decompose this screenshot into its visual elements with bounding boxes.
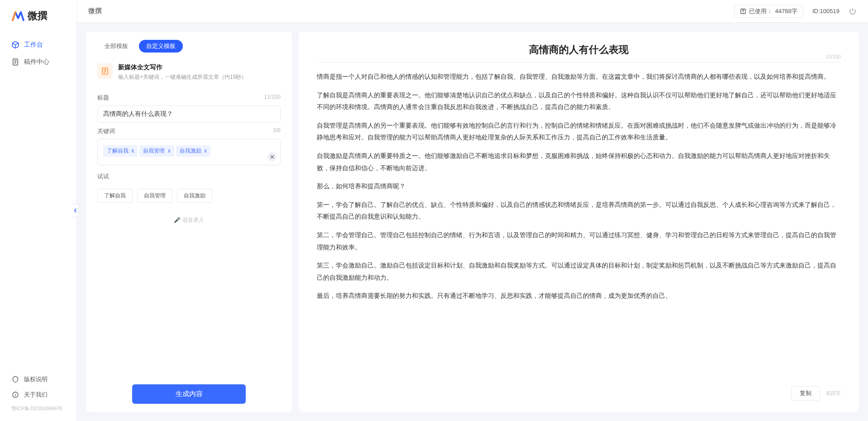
nav-label: 稿件中心 (24, 58, 49, 66)
doc-title-counter: 10/100 (825, 54, 841, 59)
info-icon (11, 391, 19, 399)
logo-icon (11, 10, 25, 22)
generate-button[interactable]: 生成内容 (132, 384, 246, 404)
user-id: ID:100519 (812, 8, 839, 14)
main: 微撰 已使用： 44768字 ID:100519 全部模板 自定义模板 (77, 0, 868, 421)
remove-keyword-icon[interactable]: x (204, 148, 207, 154)
usage-value: 44768字 (775, 7, 797, 15)
template-name: 新媒体全文写作 (118, 63, 247, 72)
doc-paragraph: 自我激励是高情商人的重要特质之一。他们能够激励自己不断地追求目标和梦想，克服困难… (317, 150, 841, 174)
template-desc: 输入标题+关键词，一键准确生成所需文章（约15秒） (118, 73, 247, 81)
suggest-chip[interactable]: 自我管理 (137, 189, 172, 203)
logo: 微撰 (0, 9, 76, 36)
nav-about[interactable]: 关于我们 (11, 387, 65, 402)
output-panel: 高情商的人有什么表现 10/100 情商是指一个人对自己和他人的情感的认知和管理… (299, 32, 859, 412)
usage-badge[interactable]: 已使用： 44768字 (734, 5, 803, 18)
nav-workbench[interactable]: 工作台 (0, 36, 76, 53)
doc-title[interactable]: 高情商的人有什么表现 (317, 43, 841, 57)
template-icon (97, 63, 113, 79)
doc-paragraph: 第一，学会了解自己。了解自己的优点、缺点、个性特质和偏好，以及自己的情感状态和情… (317, 199, 841, 223)
cube-icon (11, 41, 19, 49)
nav-label: 工作台 (24, 41, 43, 49)
doc-paragraph: 那么，如何培养和提高情商呢？ (317, 180, 841, 192)
power-icon[interactable] (849, 7, 857, 15)
suggest-row: 了解自我自我管理自我激励 (97, 189, 281, 203)
sidebar-footer: 版权说明 关于我们 (0, 372, 76, 402)
keyword-tag[interactable]: 自我管理 x (139, 145, 174, 157)
title-input[interactable] (97, 105, 281, 123)
suggest-chip[interactable]: 了解自我 (97, 189, 133, 203)
nav: 工作台 稿件中心 (0, 36, 76, 372)
doc-paragraph: 自我管理是高情商人的另一个重要表现。他们能够有效地控制自己的言行和行为，控制自己… (317, 120, 841, 144)
remove-keyword-icon[interactable]: x (168, 148, 171, 154)
sidebar: 微撰 工作台 稿件中心 版权说明 关于我们 鄂ICP备2022016946号 (0, 0, 77, 421)
doc-paragraph: 第二，学会管理自己。管理自己包括控制自己的情绪、行为和言语，以及管理自己的时间和… (317, 229, 841, 253)
content: 全部模板 自定义模板 新媒体全文写作 输入标题+关键词，一键准确生成所需文章（约… (77, 23, 868, 421)
nav-label: 关于我们 (24, 391, 48, 399)
title-label: 标题 (97, 94, 109, 102)
suggest-chip[interactable]: 自我激励 (177, 189, 212, 203)
shield-icon (11, 375, 19, 383)
keyword-label: 关键词 (97, 127, 115, 135)
char-count: 815字 (826, 390, 841, 397)
doc-icon (11, 58, 19, 66)
keyword-tag[interactable]: 了解自我 x (103, 145, 138, 157)
copy-button[interactable]: 复制 (791, 386, 820, 401)
title-counter: 11/100 (264, 94, 281, 102)
voice-hint[interactable]: 🎤语音录入 (97, 216, 281, 224)
nav-copyright[interactable]: 版权说明 (11, 372, 65, 387)
tab-all-templates[interactable]: 全部模板 (97, 40, 135, 53)
keyword-tag[interactable]: 自我激励 x (176, 145, 210, 157)
text-icon (740, 8, 746, 14)
topbar: 微撰 已使用： 44768字 ID:100519 (77, 0, 868, 23)
input-panel: 全部模板 自定义模板 新媒体全文写作 输入标题+关键词，一键准确生成所需文章（约… (86, 32, 292, 412)
usage-label: 已使用： (749, 7, 773, 15)
keyword-counter: 3/6 (273, 127, 281, 135)
keyword-box[interactable]: 了解自我 x自我管理 x自我激励 x (97, 139, 281, 165)
doc-paragraph: 第三，学会激励自己。激励自己包括设定目标和计划、自我激励和自我奖励等方式。可以通… (317, 259, 841, 283)
sidebar-collapse-handle[interactable] (72, 204, 79, 217)
doc-body[interactable]: 情商是指一个人对自己和他人的情感的认知和管理能力，包括了解自我、自我管理、自我激… (317, 71, 841, 381)
nav-label: 版权说明 (24, 375, 48, 383)
remove-keyword-icon[interactable]: x (131, 148, 134, 154)
template-tabs: 全部模板 自定义模板 (97, 40, 281, 53)
doc-paragraph: 最后，培养高情商需要长期的努力和实践。只有通过不断地学习、反思和实践，才能够提高… (317, 290, 841, 302)
nav-drafts[interactable]: 稿件中心 (0, 53, 76, 71)
template-card: 新媒体全文写作 输入标题+关键词，一键准确生成所需文章（约15秒） (97, 61, 281, 89)
clear-keywords-button[interactable] (267, 152, 277, 161)
suggest-label: 试试 (97, 172, 109, 181)
page-title: 微撰 (88, 7, 102, 15)
icp-text: 鄂ICP备2022016946号 (0, 402, 76, 412)
doc-paragraph: 了解自我是高情商人的重要表现之一。他们能够清楚地认识自己的优点和缺点，以及自己的… (317, 89, 841, 113)
brand-name: 微撰 (28, 9, 48, 23)
tab-custom-template[interactable]: 自定义模板 (139, 40, 183, 53)
doc-paragraph: 情商是指一个人对自己和他人的情感的认知和管理能力，包括了解自我、自我管理、自我激… (317, 71, 841, 83)
